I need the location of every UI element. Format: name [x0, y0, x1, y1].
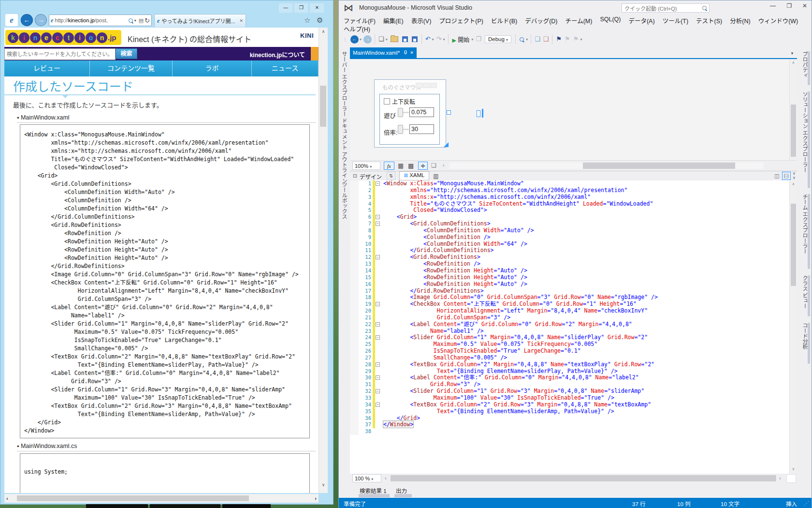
editor-zoom-combo[interactable]: 100 % ▾ [352, 474, 381, 482]
designer-scroll-left-icon[interactable]: ‹ [443, 162, 445, 168]
tab-server-explorer[interactable]: サーバー エクスプローラー [340, 51, 348, 117]
about-link[interactable]: kinection.jpについて [250, 50, 305, 59]
document-tab[interactable]: MainWindow.xaml* ✕ [350, 47, 417, 58]
editor-line[interactable]: 17 </Grid.RowDefinitions> [350, 288, 789, 295]
editor-line[interactable]: 12− <Grid.RowDefinitions> [350, 254, 789, 261]
collapse-region-icon[interactable]: − [376, 389, 380, 393]
menu-item-2[interactable]: 編集(E) [379, 15, 407, 26]
collapse-region-icon[interactable]: − [376, 222, 380, 226]
menu-item-4[interactable]: プロジェクト(P) [435, 15, 487, 26]
debug-config-combo[interactable]: Debug ▾ [485, 35, 511, 43]
nav-item-4[interactable]: ニュース [252, 60, 319, 76]
find-icon[interactable] [520, 37, 524, 42]
vs-close-button[interactable]: ✕ [798, 2, 812, 9]
effects-toggle-button[interactable]: fx [384, 162, 394, 170]
collapse-region-icon[interactable]: − [376, 181, 380, 186]
dropdown-icon[interactable]: ▾ [432, 37, 434, 42]
resize-grip-icon[interactable]: ⋰ [804, 500, 810, 507]
dropdown-icon[interactable]: ▾ [443, 37, 445, 42]
selection-handle[interactable] [447, 110, 451, 115]
collapse-region-icon[interactable]: − [376, 403, 380, 407]
page-vertical-scrollbar[interactable]: ∧ ∨ [319, 28, 328, 493]
save-icon[interactable] [402, 36, 408, 42]
design-tab[interactable]: デザイン [360, 173, 382, 180]
menu-item-12[interactable]: 分析(N) [726, 15, 754, 26]
document-tab-close-icon[interactable]: ✕ [410, 50, 414, 55]
editor-line[interactable]: 10 <ColumnDefinition Width="64" /> [350, 241, 789, 248]
page-horizontal-scrollbar[interactable]: ‹ › [4, 494, 319, 503]
scroll-up-icon[interactable]: ∧ [790, 182, 797, 186]
editor-line[interactable]: 2 xmlns="http://schemas.microsoft.com/wi… [350, 187, 789, 194]
menu-item-5[interactable]: ビルド(B) [487, 15, 521, 26]
bookmark-next-icon[interactable]: ⚑ [573, 34, 579, 45]
editor-hscroll-thumb[interactable] [391, 475, 776, 481]
preview-textbox-play[interactable]: 0.075 [409, 107, 434, 117]
dropdown-icon[interactable]: ▾ [580, 37, 582, 42]
editor-line[interactable]: 4 Title="ものぐさマウス" SizeToContent="WidthAn… [350, 201, 789, 208]
designer-horizontal-scrollbar[interactable] [450, 163, 764, 169]
forward-button[interactable]: → [35, 14, 47, 26]
address-bar[interactable]: e http://kinection.jp/post, ▾ ▤ ↻ [49, 15, 152, 26]
scroll-down-icon[interactable]: ∨ [319, 482, 328, 487]
xaml-editor[interactable]: 1−<Window x:Class="MonogusaMouse.MainWin… [350, 180, 789, 474]
preview-textbox-amp[interactable]: 30 [409, 124, 434, 134]
preview-checkbox[interactable] [384, 98, 390, 105]
show-grid-icon[interactable]: ▦ [398, 162, 404, 169]
editor-line[interactable]: 13 <RowDefinition /> [350, 261, 789, 268]
menu-item-7[interactable]: チーム(M) [562, 15, 596, 26]
dropdown-icon[interactable]: ▾ [386, 37, 388, 42]
toolbar-grip[interactable]: ⋮ [343, 37, 348, 42]
editor-scroll-thumb[interactable] [791, 204, 796, 286]
menu-item-8[interactable]: SQL(Q) [596, 15, 624, 26]
horizontal-split-icon[interactable]: ◫ [782, 172, 791, 180]
editor-line[interactable]: 16 <RowDefinition Height="Auto" /> [350, 281, 789, 288]
editor-scroll-left-icon[interactable]: ‹ [385, 475, 387, 481]
annotations-icon[interactable]: ❏ [431, 162, 436, 169]
editor-vertical-scrollbar[interactable]: ∧ ∨ [789, 180, 797, 474]
menu-item-9[interactable]: データ(A) [624, 15, 658, 26]
editor-line[interactable]: 29 Text="{Binding ElementName=sliderPlay… [350, 368, 789, 375]
editor-line[interactable]: 24− <Slider Grid.Column="1" Margin="0,4,… [350, 334, 789, 341]
editor-line[interactable]: 34− <TextBox Grid.Column="2" Grid.Row="3… [350, 402, 789, 408]
taskbar-item[interactable] [150, 504, 220, 508]
collapse-region-icon[interactable]: − [376, 335, 380, 340]
quick-launch-box[interactable]: クイック起動 (Ctrl+Q) [622, 3, 710, 13]
save-all-icon[interactable] [412, 36, 418, 42]
editor-line[interactable]: 25 Maximum="0.5" Value="0.075" TickFrequ… [350, 341, 789, 348]
collapse-region-icon[interactable]: − [376, 255, 380, 259]
favorites-star-icon[interactable]: ☆ [304, 16, 310, 25]
vertical-split-icon[interactable]: ◫ [774, 173, 779, 179]
document-list-dropdown-icon[interactable]: ▼ [790, 51, 794, 56]
editor-line[interactable]: 35 Text="{Binding ElementName=sliderAmp,… [350, 408, 789, 415]
menu-item-11[interactable]: テスト(S) [692, 15, 726, 26]
menu-item-3[interactable]: 表示(V) [407, 15, 435, 26]
editor-line[interactable]: 7− <Grid.ColumnDefinitions> [350, 221, 789, 227]
editor-line[interactable]: 18 <Image Grid.Column="0" Grid.ColumnSpa… [350, 294, 789, 301]
collapse-pane-icon[interactable]: ∨∨ [793, 171, 796, 180]
editor-line[interactable]: 32− <Slider Grid.Column="1" Grid.Row="3"… [350, 388, 789, 395]
preview-slider-thumb[interactable] [398, 108, 403, 117]
refresh-icon[interactable]: ↻ [145, 17, 150, 24]
nav-back-icon[interactable]: ← [350, 35, 359, 44]
editor-horizontal-scrollbar[interactable] [391, 475, 777, 481]
start-debug-button[interactable]: ▶ 開始 [452, 35, 470, 44]
scroll-up-icon[interactable]: ∧ [319, 28, 328, 34]
editor-line[interactable]: 9 <ColumnDefinition /> [350, 234, 789, 241]
designer-zoom-combo[interactable]: 100% ▾ [352, 162, 380, 170]
browser-tab[interactable]: e やってみよう!Kinectアプリ開... ✕ [154, 14, 246, 27]
editor-line[interactable]: 21 Grid.ColumnSpan="3" /> [350, 314, 789, 321]
minimize-button[interactable]: — [279, 3, 292, 13]
editor-line[interactable]: 31 Grid.Row="3" /> [350, 381, 789, 388]
nav-item-3[interactable]: ラボ [173, 60, 252, 76]
comment-add-icon[interactable]: ❑ [535, 34, 540, 45]
attach-icon[interactable]: ❐ [476, 34, 481, 45]
nav-forward-icon[interactable]: → [363, 35, 372, 44]
address-dropdown-icon[interactable]: ▾ [134, 18, 136, 23]
editor-line[interactable]: 3 xmlns:x="http://schemas.microsoft.com/… [350, 194, 789, 201]
search-icon[interactable] [129, 18, 133, 23]
editor-line[interactable]: 1−<Window x:Class="MonogusaMouse.MainWin… [350, 180, 789, 187]
editor-line[interactable]: 33 Maximum="100" Value="30" IsSnapToTick… [350, 395, 789, 402]
snap-grid-icon[interactable]: ▩ [408, 162, 414, 169]
compat-icon[interactable]: ▤ [139, 17, 144, 24]
dropdown-icon[interactable]: ▾ [526, 37, 528, 42]
